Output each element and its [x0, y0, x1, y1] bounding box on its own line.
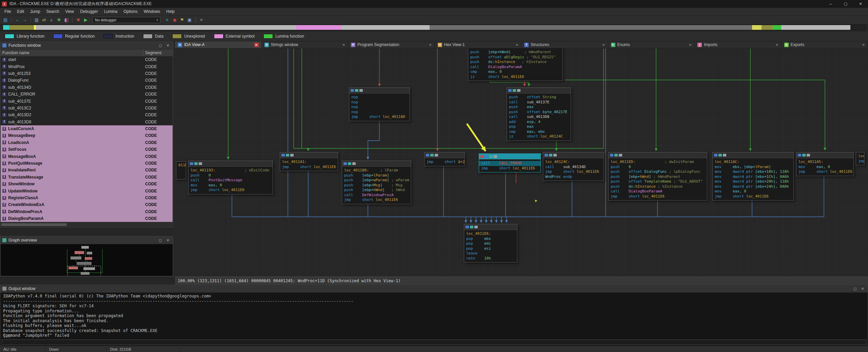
tab-close-icon[interactable]: ✕ [254, 43, 259, 47]
asm-line[interactable]: mov ebx, [ebp+lParam] [713, 165, 793, 170]
asm-line[interactable]: pop eax [507, 124, 571, 129]
menu-debugger[interactable]: Debugger [77, 9, 101, 14]
flag-icon[interactable]: ⚑ [179, 17, 185, 23]
function-row-dialogboxparama[interactable]: fDialogBoxParamACODE [1, 215, 173, 222]
graph-node-call-error[interactable]: call CALL_ERRORjmp short loc_4011E6 [479, 153, 541, 172]
asm-line[interactable]: loc_4011A1: [280, 160, 338, 165]
asm-line[interactable]: push 0 [609, 165, 707, 170]
function-row-sub_40134d[interactable]: fsub_40134DCODE [1, 84, 173, 91]
asm-line[interactable]: call DialogBoxParamA [468, 65, 563, 70]
graph-node-exit-msg[interactable]: loc_401193: ; nExitCodepush 0call PostQu… [188, 161, 273, 194]
tab-structures[interactable]: TStructures✕ [521, 41, 608, 48]
float-button[interactable]: ◻ [157, 43, 163, 48]
asm-line[interactable]: push offset String [507, 95, 571, 100]
asm-line[interactable]: jmp short loc_4011E6 [796, 169, 853, 174]
asm-line[interactable]: jmp short loc_4011E6 [713, 194, 793, 199]
asm-line[interactable]: mov dword ptr [ebx+24h], 0A0h [713, 184, 793, 189]
asm-line[interactable]: jz short loc_4011E6 [468, 75, 563, 80]
asm-line[interactable]: jmp short loc_4011E6 [609, 194, 707, 199]
asm-line[interactable]: call CALL_ERROR [479, 161, 540, 166]
asm-line[interactable]: push [ebp+Msg] ; Msg [342, 183, 411, 188]
close-button[interactable]: ✕ [860, 287, 866, 291]
graph-node-entry-top[interactable]: push [ebp+hWnd] ; hWndParentpush offset … [468, 48, 563, 81]
asm-line[interactable]: call DialogBoxParamA [609, 189, 707, 194]
menu-options[interactable]: Options [120, 9, 140, 14]
jump-list-icon[interactable]: ▥ [33, 17, 40, 23]
asm-line[interactable]: push 0 [189, 173, 273, 178]
asm-line[interactable]: call sub_4013D8 [507, 115, 571, 120]
asm-line[interactable]: jmp short $+2 [425, 160, 465, 165]
tab-close-icon[interactable]: ✕ [429, 43, 432, 47]
jump-xref-icon[interactable]: ⇄ [41, 17, 47, 23]
graph-node-loc-4011a1[interactable]: loc_4011A1:jmp short loc_4011E6 [280, 152, 338, 171]
graph-overview-canvas[interactable] [1, 244, 173, 276]
tab-hex-view-1[interactable]: HHex View-1✕ [435, 41, 522, 48]
close-button[interactable]: ✕ [165, 238, 171, 243]
tab-close-icon[interactable]: ✕ [516, 43, 518, 47]
asm-line[interactable]: call sub_40134D [543, 165, 604, 170]
asm-line[interactable]: push eax [507, 105, 571, 110]
function-row-wndproc[interactable]: fWndProcCODE [1, 63, 173, 70]
asm-line[interactable]: loc_401193: ; nExitCode [189, 168, 273, 173]
float-button[interactable]: ◻ [157, 238, 163, 243]
graph-node-loc-4011a5[interactable]: loc_4011A5:mov eax, 0jmp short loc_4011E… [796, 152, 854, 176]
graph-node-frag-right[interactable]: loc_jmp [856, 152, 865, 165]
function-row-start[interactable]: fstartCODE [1, 56, 173, 63]
function-row-sub_4013d2[interactable]: fsub_4013D2CODE [1, 111, 173, 118]
close-button[interactable]: ✕ [165, 43, 171, 48]
start-process-icon[interactable]: ▶ [82, 17, 89, 23]
asm-line[interactable]: mov eax, 0 [713, 189, 793, 194]
function-row-registerclassa[interactable]: fRegisterClassACODE [1, 194, 173, 201]
tab-close-icon[interactable]: ✕ [775, 43, 778, 47]
graph-canvas[interactable]: ► push [ebp+hWnd] ; hWndParentpush offse… [175, 48, 868, 276]
asm-line[interactable]: pop ebx [464, 236, 517, 242]
tab-imports[interactable]: IImports✕ [695, 41, 782, 48]
asm-line[interactable]: mov dword ptr [ebx+20h], 118h [713, 179, 793, 184]
asm-line[interactable]: nop [349, 110, 410, 115]
tab-program-segmentation[interactable]: PProgram Segmentation✕ [348, 41, 435, 48]
column-header-segment[interactable]: Segment [143, 49, 173, 56]
graph-node-serial-check[interactable]: push offset Stringcall sub_40137Epush ea… [507, 87, 571, 141]
menu-view[interactable]: View [62, 9, 77, 14]
function-row-sub_4013d8[interactable]: fsub_4013D8CODE [1, 119, 173, 125]
function-row-showwindow[interactable]: fShowWindowCODE [1, 181, 173, 187]
function-row-setfocus[interactable]: fSetFocusCODE [1, 146, 173, 153]
asm-line[interactable]: jmp short loc_4011E6 [189, 188, 273, 193]
tab-close-icon[interactable]: ✕ [862, 43, 865, 47]
function-row-sub_40137e[interactable]: fsub_40137ECODE [1, 98, 173, 104]
tab-close-icon[interactable]: ✕ [602, 43, 605, 47]
asm-line[interactable]: loc_4011AC: [713, 160, 793, 165]
patch-icon[interactable]: ✚ [56, 17, 62, 23]
asm-line[interactable]: push offset TemplateName ; "DLG_ABOUT" [609, 179, 707, 184]
tab-ida-view-a[interactable]: AIDA View-A✕ [175, 41, 262, 48]
function-row-call_error[interactable]: fCALL_ERRORCODE [1, 91, 173, 98]
asm-line[interactable]: loc_40124C: [543, 160, 604, 165]
tab-close-icon[interactable]: ✕ [342, 43, 345, 47]
asm-line[interactable] [176, 168, 186, 173]
asm-line[interactable]: push offset byte_40217E [507, 110, 571, 115]
breakpoint-list-icon[interactable]: ⌗ [164, 17, 171, 23]
asm-line[interactable]: mov eax, 0 [189, 183, 273, 188]
maximize-button[interactable]: ▢ [838, 0, 853, 8]
asm-line[interactable]: pop edi [464, 241, 517, 246]
tab-exports[interactable]: XExports✕ [782, 41, 868, 48]
asm-line[interactable]: 011E6 [176, 163, 186, 168]
tab-enums[interactable]: EEnums✕ [608, 41, 695, 48]
cancel-analysis-icon[interactable]: ✖ [75, 17, 82, 23]
graph-node-minmax-info[interactable]: loc_4011AC:mov ebx, [ebp+lParam]mov dwor… [712, 152, 794, 201]
windows-icon[interactable]: ▣ [186, 17, 193, 23]
asm-line[interactable]: cmp eax, ebx [507, 129, 571, 134]
asm-line[interactable]: jmp [856, 159, 864, 164]
asm-line[interactable]: call sub_40137E [507, 100, 571, 105]
graph-node-epilogue[interactable]: loc_4011E6:pop ebxpop edipop esileaveret… [464, 224, 517, 263]
search-icon[interactable]: ⌕ [48, 17, 55, 23]
asm-line[interactable]: mov eax, 0 [796, 165, 853, 170]
asm-line[interactable]: push [ebp+hWnd] ; hWndParent [609, 174, 707, 180]
toolbar-more-icon[interactable]: ≡ [198, 17, 205, 23]
nav-back-icon[interactable]: ← [14, 17, 21, 23]
asm-line[interactable]: call PostQuitMessage [189, 178, 273, 183]
asm-line[interactable]: push [ebp+wParam] ; wParam [342, 178, 411, 183]
asm-line[interactable]: cmp eax, 0 [468, 69, 563, 75]
asm-line[interactable]: mov dword ptr [ebx+1Ch], 0A0h [713, 174, 793, 180]
asm-line[interactable]: push [ebp+hWnd] ; hWnd [342, 188, 411, 193]
